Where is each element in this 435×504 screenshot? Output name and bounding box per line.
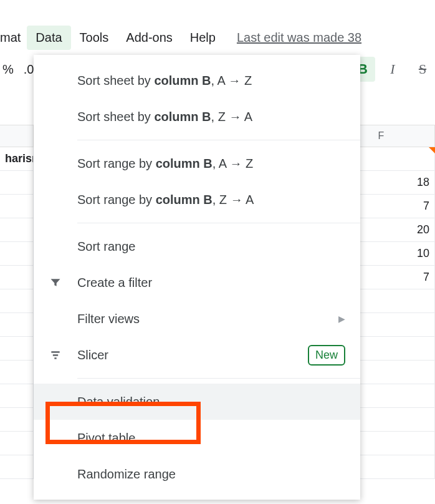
filter-icon <box>34 276 77 289</box>
menu-bar: mat Data Tools Add-ons Help Last edit wa… <box>0 22 435 52</box>
menu-tools[interactable]: Tools <box>71 26 118 50</box>
menu-label: Filter views <box>77 312 338 326</box>
menu-sort-sheet-za[interactable]: Sort sheet by column B, Z → A <box>34 99 360 135</box>
menu-sort-range-az[interactable]: Sort range by column B, A → Z <box>34 145 360 182</box>
menu-label: Randomize range <box>77 467 345 482</box>
menu-sort-sheet-az[interactable]: Sort sheet by column B, A → Z <box>34 62 360 99</box>
menu-label: Sort range by column B, Z → A <box>77 193 345 207</box>
menu-data[interactable]: Data <box>27 26 70 50</box>
menu-divider <box>77 223 360 223</box>
col-header-a-fragment[interactable] <box>0 125 34 147</box>
svg-rect-0 <box>51 351 59 353</box>
submenu-arrow-icon: ▶ <box>338 314 345 324</box>
menu-label: Create a filter <box>77 276 345 290</box>
menu-pivot-table[interactable]: Pivot table <box>34 420 360 456</box>
slicer-icon <box>34 349 77 361</box>
menu-label: Sort range by column B, A → Z <box>77 157 345 171</box>
menu-randomize-range[interactable]: Randomize range <box>34 456 360 492</box>
toolbar-italic-button[interactable]: I <box>380 57 405 82</box>
menu-label: Data validation <box>77 395 345 409</box>
menu-sort-range[interactable]: Sort range <box>34 228 360 264</box>
menu-data-validation[interactable]: Data validation <box>34 384 360 420</box>
new-badge: New <box>308 345 345 366</box>
menu-format-fragment[interactable]: mat <box>0 26 27 50</box>
menu-slicer[interactable]: Slicer New <box>34 337 360 373</box>
menu-label: Sort sheet by column B, A → Z <box>77 74 345 88</box>
menu-label: Pivot table <box>77 431 345 445</box>
svg-rect-1 <box>53 354 58 356</box>
toolbar-strike-button[interactable]: S <box>410 57 435 82</box>
data-menu-dropdown: Sort sheet by column B, A → Z Sort sheet… <box>34 55 360 500</box>
menu-create-filter[interactable]: Create a filter <box>34 264 360 301</box>
menu-divider <box>77 378 360 379</box>
menu-divider <box>77 140 360 140</box>
cell-note-indicator[interactable] <box>429 147 435 153</box>
cell-a1-fragment[interactable]: harism <box>0 147 34 170</box>
menu-addons[interactable]: Add-ons <box>117 26 181 50</box>
menu-sort-range-za[interactable]: Sort range by column B, Z → A <box>34 182 360 218</box>
menu-label: Sort range <box>77 240 345 254</box>
svg-rect-2 <box>54 357 56 359</box>
menu-label: Slicer <box>77 348 308 362</box>
menu-help[interactable]: Help <box>181 26 224 50</box>
last-edit-link[interactable]: Last edit was made 38 <box>237 31 361 45</box>
menu-label: Sort sheet by column B, Z → A <box>77 110 345 124</box>
toolbar-percent[interactable]: % <box>0 59 16 80</box>
menu-filter-views[interactable]: Filter views ▶ <box>34 301 360 337</box>
